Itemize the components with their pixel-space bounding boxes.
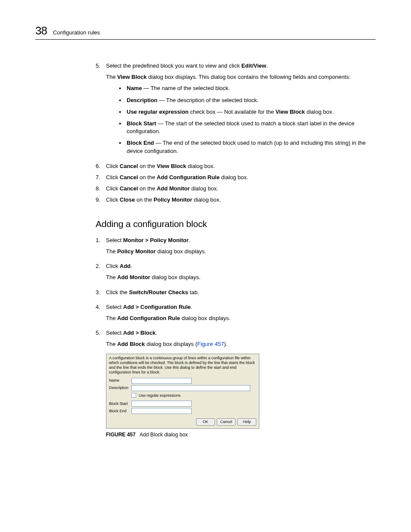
step-list-1: 5. Select the predefined block you want … bbox=[96, 62, 376, 204]
step-5: 5. Select the predefined block you want … bbox=[96, 62, 376, 159]
label-block-start: Block Start bbox=[109, 401, 131, 407]
text: dialog box displays. bbox=[180, 315, 230, 321]
bullet-item: Block Start — The start of the selected … bbox=[119, 120, 376, 135]
block-end-input[interactable] bbox=[131, 408, 192, 414]
step-list-2: 1. Select Monitor > Policy Monitor. The … bbox=[96, 236, 376, 439]
text: tab. bbox=[188, 289, 199, 296]
bold: Add bbox=[120, 263, 131, 269]
bold: Policy Monitor bbox=[154, 196, 193, 203]
bullet-item: Name — The name of the selected block. bbox=[119, 84, 376, 92]
step-number: 5. bbox=[96, 62, 106, 159]
text: . bbox=[191, 304, 193, 310]
bold: Close bbox=[120, 196, 135, 203]
block-start-input[interactable] bbox=[131, 401, 192, 407]
bold: Switch/Router Checks bbox=[129, 289, 188, 296]
text: . bbox=[131, 263, 132, 269]
text: — The end of the selected block used to … bbox=[127, 140, 366, 154]
step-6: 6. Click Cancel on the View Block dialog… bbox=[96, 162, 376, 170]
dialog-row-name: Name bbox=[109, 378, 256, 384]
text: ). bbox=[224, 341, 227, 347]
bold: Cancel bbox=[120, 174, 138, 180]
label-block-end: Block End bbox=[109, 408, 131, 414]
bold: Add Configuration Rule bbox=[157, 174, 220, 180]
page-header: 38 Configuration rules bbox=[35, 24, 376, 40]
bold: Block End bbox=[127, 140, 154, 146]
bold: Use regular expression bbox=[127, 109, 189, 115]
text: . bbox=[189, 237, 190, 243]
step-1: 1. Select Monitor > Policy Monitor. The … bbox=[96, 236, 376, 259]
regex-checkbox[interactable] bbox=[131, 393, 136, 398]
step-number: 4. bbox=[96, 303, 106, 326]
text: dialog box displays. bbox=[150, 274, 201, 280]
step-8: 8. Click Cancel on the Add Monitor dialo… bbox=[96, 185, 376, 193]
step-number: 7. bbox=[96, 174, 106, 181]
bold: Description bbox=[127, 97, 158, 103]
dialog-row-block-end: Block End bbox=[109, 408, 256, 414]
content: 5. Select the predefined block you want … bbox=[96, 62, 376, 439]
text: Click bbox=[106, 163, 120, 169]
step-7: 7. Click Cancel on the Add Configuration… bbox=[96, 174, 376, 181]
step-4: 4. Select Add > Configuration Rule. The … bbox=[96, 303, 376, 326]
dialog-row-regex: Use regular expressions bbox=[131, 393, 256, 398]
step-5b: 5. Select Add > Block. The Add Block dia… bbox=[96, 329, 376, 438]
text: The bbox=[106, 274, 117, 280]
bullet-item: Use regular expression check box — Not a… bbox=[119, 108, 376, 116]
section-heading: Adding a configuration block bbox=[96, 218, 376, 230]
figure-label: FIGURE 457 bbox=[106, 432, 136, 438]
text: on the bbox=[138, 185, 156, 192]
text: The bbox=[106, 248, 117, 255]
text: Click bbox=[106, 196, 120, 203]
bold: Add Configuration Rule bbox=[117, 315, 180, 321]
text: Click the bbox=[106, 289, 129, 296]
name-input[interactable] bbox=[131, 378, 192, 384]
step-number: 5. bbox=[96, 329, 106, 438]
text: dialog box. bbox=[305, 109, 334, 115]
bold: Add > Block bbox=[123, 330, 156, 336]
step-number: 2. bbox=[96, 262, 106, 285]
bold: Policy Monitor bbox=[117, 248, 156, 255]
text: The bbox=[106, 74, 117, 80]
bullet-list: Name — The name of the selected block. D… bbox=[119, 84, 376, 155]
bold: Cancel bbox=[120, 185, 138, 192]
ok-button[interactable]: OK bbox=[196, 418, 215, 426]
bold: Edit/View bbox=[241, 62, 266, 69]
bold: Cancel bbox=[120, 163, 138, 169]
dialog-intro: A configuration block is a continuous gr… bbox=[109, 356, 256, 375]
step-number: 1. bbox=[96, 236, 106, 259]
step-9: 9. Click Close on the Policy Monitor dia… bbox=[96, 196, 376, 204]
text: Select bbox=[106, 330, 123, 336]
help-button[interactable]: Help bbox=[237, 418, 256, 426]
dialog-buttons: OK Cancel Help bbox=[109, 418, 256, 426]
text: — The start of the selected block used t… bbox=[127, 120, 355, 134]
text: — The description of the selected block. bbox=[158, 97, 259, 103]
text: check box — Not available for the bbox=[189, 109, 276, 115]
label-regex: Use regular expressions bbox=[139, 393, 181, 398]
text: The bbox=[106, 315, 117, 321]
text: Select bbox=[106, 237, 123, 243]
step-number: 6. bbox=[96, 162, 106, 170]
text: on the bbox=[138, 174, 156, 180]
bullet-item: Block End — The end of the selected bloc… bbox=[119, 139, 376, 155]
text: dialog box. bbox=[186, 163, 215, 169]
page: 38 Configuration rules 5. Select the pre… bbox=[0, 0, 411, 532]
text: dialog box. bbox=[190, 185, 218, 192]
text: dialog box displays. This dialog box con… bbox=[146, 74, 350, 80]
bold: Monitor > Policy Monitor bbox=[123, 237, 189, 243]
text: Click bbox=[106, 185, 120, 192]
add-block-dialog: A configuration block is a continuous gr… bbox=[106, 354, 259, 429]
text: on the bbox=[138, 163, 156, 169]
bold: Add > Configuration Rule bbox=[123, 304, 191, 310]
figure-link[interactable]: Figure 457 bbox=[197, 341, 224, 347]
bold: Block Start bbox=[127, 120, 156, 127]
step-3: 3. Click the Switch/Router Checks tab. bbox=[96, 289, 376, 300]
dialog-row-block-start: Block Start bbox=[109, 401, 256, 407]
chapter-number: 38 bbox=[35, 24, 47, 37]
description-input[interactable] bbox=[131, 385, 250, 391]
text: dialog box displays ( bbox=[145, 341, 197, 347]
chapter-title: Configuration rules bbox=[53, 29, 100, 36]
cancel-button[interactable]: Cancel bbox=[217, 418, 236, 426]
label-name: Name bbox=[109, 378, 131, 383]
step-number: 8. bbox=[96, 185, 106, 193]
step-number: 9. bbox=[96, 196, 106, 204]
bold: View Block bbox=[275, 109, 305, 115]
